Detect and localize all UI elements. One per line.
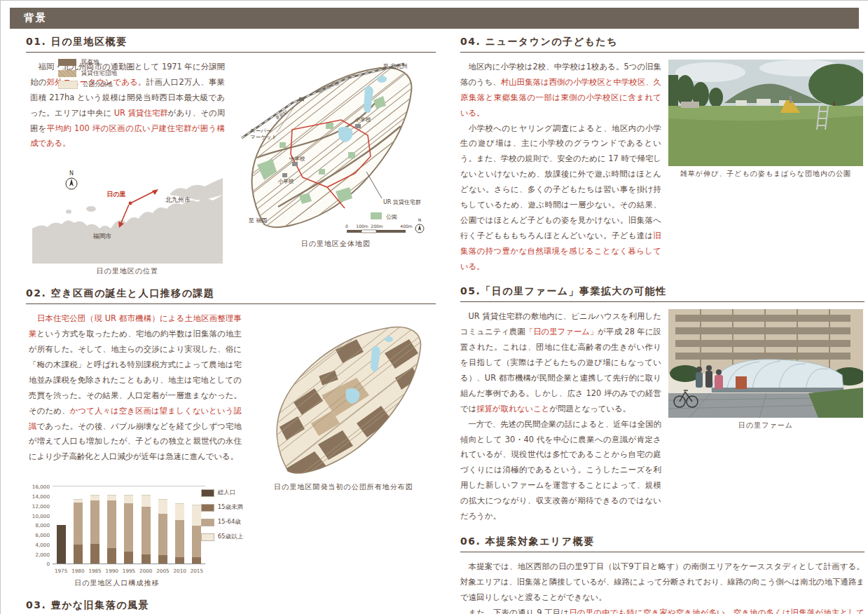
y-axis-tick: 2,000	[26, 552, 50, 558]
body-text: 本提案では、地区西部の日の里9丁目（以下9丁目と略す）の南側エリアをケーススタデ…	[460, 561, 864, 602]
bar-segment	[142, 507, 151, 554]
compass-icon: N	[66, 170, 77, 189]
section-02-left: 日本住宅公団（現 UR 都市機構）による土地区画整理事業という方式を取ったため、…	[26, 311, 244, 588]
bar-segment	[107, 495, 116, 501]
bar-slot	[69, 486, 86, 564]
ownership-legend-item: 民有地	[58, 58, 117, 67]
legend-swatch	[201, 504, 214, 512]
section-05: 05.「日の里ファーム」事業拡大の可能性 UR 賃貸住宅群の敷地内に、ビニルハウ…	[460, 285, 864, 524]
bar-slot	[120, 486, 137, 564]
chart-legend-item: 15-64歳	[201, 518, 243, 526]
park-photo-block: 雑草が伸び、子どもの姿もまばらな団地内の公園	[668, 60, 863, 274]
stacked-bar	[124, 495, 133, 564]
emphasis-text: UR 賃貸住宅群	[114, 108, 168, 118]
bar-segment	[192, 557, 201, 564]
legend-swatch	[58, 59, 76, 66]
legend-swatch	[201, 533, 214, 541]
svg-text:400m: 400m	[400, 224, 412, 228]
label-elementary-east: 小学校	[354, 116, 371, 123]
section-05-left: UR 賃貸住宅群の敷地内に、ビニルハウスを利用したコミュニティ農園「日の里ファー…	[460, 309, 661, 524]
bar-segment	[107, 548, 116, 564]
low-wall	[681, 102, 699, 108]
bar-segment	[107, 500, 116, 547]
legend-swatch	[201, 519, 214, 526]
bar-segment	[142, 495, 151, 507]
section-04-title: 04. ニュータウンの子どもたち	[460, 36, 864, 53]
section-05-paragraph-2: 一方で、先述の民間企業の話によると、近年は全国的傾向として 30・40 代を中心…	[460, 417, 661, 524]
stacked-bar	[175, 503, 184, 564]
stacked-bar	[107, 495, 116, 564]
y-axis-tick: 16,000	[26, 484, 50, 490]
ownership-map	[252, 311, 436, 479]
legend-label: 15-64歳	[218, 518, 241, 526]
section-02-paragraph: 日本住宅公団（現 UR 都市機構）による土地区画整理事業という方式を取ったため、…	[26, 311, 244, 465]
coastline-shape	[32, 195, 223, 264]
ownership-legend: 民有地賃貸住宅団地公団分譲地	[58, 58, 117, 89]
legend-label: 65歳以上	[218, 533, 243, 541]
emphasis-text: 「日の里ファーム」	[525, 327, 598, 336]
bar-segment	[175, 503, 184, 520]
bar-segment	[124, 503, 133, 552]
bar-segment	[90, 544, 99, 564]
chart-legend-item: 15歳未満	[201, 503, 243, 512]
svg-text:100m: 100m	[356, 224, 368, 228]
svg-text:N: N	[69, 170, 74, 177]
bar-slot	[137, 486, 154, 564]
header-bar: 背景	[10, 8, 859, 29]
island-shape	[66, 210, 71, 214]
chart-legend-item: 65歳以上	[201, 533, 243, 541]
body-text: が問題となっている。	[549, 404, 631, 414]
x-axis-tick: 2000	[137, 568, 154, 574]
body-text: が平成 28 年に設置された。これは、団地に住む高齢者の生きがい作りを目指して（…	[460, 327, 661, 413]
district-map-caption: 日の里地区全体地図	[301, 239, 371, 249]
bar-segment	[158, 555, 167, 564]
x-axis-tick: 1995	[120, 568, 137, 574]
bar-segment	[124, 495, 133, 503]
bar-slot	[86, 486, 103, 564]
legend-swatch	[201, 489, 214, 497]
district-map-block: 至 北九州 至 福岡 鹿児島本線 東郷駅 スーパー マーケット 小学校 中学校 …	[236, 60, 436, 276]
y-axis-tick: 6,000	[26, 532, 50, 538]
compass-icon: N	[415, 217, 424, 233]
bar-segment	[158, 499, 167, 514]
header-title: 背景	[24, 12, 48, 25]
section-06-paragraph-2: また、下表の通り 9 丁目は日の里の中でも特に空き家や空き地が多い。空き地の多く…	[460, 606, 864, 614]
bar-segment	[74, 503, 83, 545]
svg-text:マーケット: マーケット	[250, 134, 277, 140]
ownership-map-block: 民有地賃貸住宅団地公団分譲地 日の里地区開発当初の公団所有地分布図	[252, 311, 436, 588]
section-01-title: 01. 日の里地区概要	[26, 36, 436, 53]
section-06: 06. 本提案対象エリア概要 本提案では、地区西部の日の里9丁目（以下9丁目と略…	[460, 535, 864, 614]
svg-text:公園: 公園	[386, 214, 397, 220]
x-axis-tick: 2005	[154, 568, 171, 574]
bar-slot	[104, 486, 120, 564]
bar-slot	[53, 486, 69, 564]
x-axis-tick: 2010	[172, 568, 188, 574]
label-elementary-west: 小学校	[277, 178, 294, 184]
y-axis-tick: 0	[26, 561, 50, 567]
bar-segment	[192, 526, 201, 557]
location-map-block: N 日の里 北九州市 福岡市	[26, 160, 229, 276]
bar-segment	[192, 505, 201, 526]
y-axis-tick: 14,000	[26, 493, 50, 500]
body-text: 一方で、先述の民間企業の話によると、近年は全国的傾向として 30・40 代を中心…	[460, 419, 661, 521]
poster-page: 背景 01. 日の里地区概要 福岡・北九州両市の通勤圏として 1971 年に分譲…	[0, 0, 868, 614]
svg-text:N: N	[418, 217, 422, 222]
bar-slot	[172, 486, 188, 564]
label-hinosato: 日の里	[106, 191, 125, 198]
y-axis-tick: 12,000	[26, 503, 50, 510]
x-axis-tick: 1975	[53, 568, 69, 574]
ownership-legend-item: 賃貸住宅団地	[58, 69, 117, 78]
label-kitakyushu: 北九州市	[165, 196, 191, 203]
ownership-legend-item: 公団分譲地	[58, 81, 117, 89]
stacked-bar	[158, 499, 167, 564]
body-text: という方式を取ったため、宅地の約半数は旧集落の地主が所有した。そして、地主らの交…	[29, 329, 242, 415]
bar-segment	[90, 495, 99, 500]
legend-label: 公団分譲地	[83, 81, 113, 89]
legend-swatch	[58, 81, 78, 89]
label-junior-high: 中学校	[289, 156, 305, 162]
x-axis-tick: 1990	[104, 568, 120, 574]
section-03-title: 03. 豊かな旧集落の風景	[26, 599, 436, 614]
right-column: 04. ニュータウンの子どもたち 地区内に小学校は2校、中学校は1校ある。5つの…	[460, 36, 864, 614]
section-02: 02. 空き区画の誕生と人口推移の課題 日本住宅公団（現 UR 都市機構）による…	[26, 287, 436, 588]
bar-segment	[74, 545, 83, 564]
